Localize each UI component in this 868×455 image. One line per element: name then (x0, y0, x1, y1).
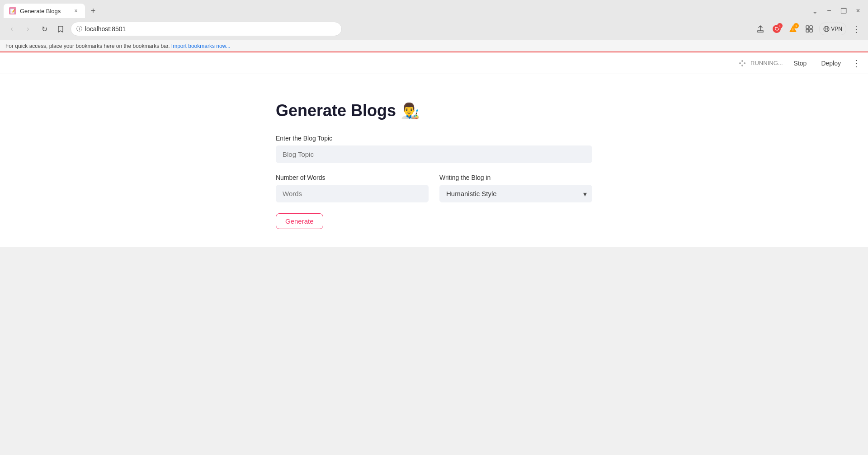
svg-rect-5 (810, 26, 812, 28)
svg-point-10 (744, 62, 745, 64)
address-bar: ‹ › ↻ ⓘ localhost:8501 🛡 1 (0, 18, 868, 40)
browser-actions: 🛡 1 ! 1 (754, 23, 863, 35)
svg-rect-4 (806, 26, 809, 28)
tab-bar: 📝 Generate Blogs × + ⌄ − ❐ × (0, 0, 868, 18)
generate-btn-wrapper: Generate (276, 213, 592, 229)
browser-menu-button[interactable]: ⋮ (850, 23, 863, 35)
app-toolbar: RUNNING... Stop Deploy ⋮ (0, 52, 868, 74)
back-button[interactable]: ‹ (5, 23, 18, 35)
extension1-button[interactable]: 🛡 1 (770, 23, 783, 35)
blog-topic-input[interactable] (276, 145, 592, 163)
tab-favicon: 📝 (9, 7, 16, 14)
extension2-badge: 1 (793, 23, 799, 28)
svg-rect-6 (806, 29, 809, 32)
writing-style-wrapper: Humanistic Style Formal Style Casual Sty… (439, 185, 592, 202)
num-words-input[interactable] (276, 185, 429, 202)
tab-title: Generate Blogs (20, 8, 69, 14)
generate-button[interactable]: Generate (276, 213, 323, 229)
bookmarks-bar: For quick access, place your bookmarks h… (0, 40, 868, 52)
share-button[interactable] (754, 23, 767, 35)
page-title: Generate Blogs 👨‍🎨 (276, 101, 592, 120)
svg-point-9 (741, 60, 743, 62)
svg-point-11 (741, 65, 743, 66)
extension1-badge: 1 (777, 23, 783, 28)
window-minimize-button[interactable]: − (823, 5, 835, 17)
blog-topic-group: Enter the Blog Topic (276, 135, 592, 163)
reload-button[interactable]: ↻ (38, 23, 51, 35)
svg-rect-7 (810, 29, 812, 32)
url-bar[interactable]: ⓘ localhost:8501 (71, 22, 342, 36)
vpn-button[interactable]: VPN (819, 23, 846, 35)
page-container: Generate Blogs 👨‍🎨 Enter the Blog Topic … (276, 101, 592, 229)
writing-style-select[interactable]: Humanistic Style Formal Style Casual Sty… (439, 185, 592, 202)
svg-text:!: ! (793, 28, 794, 32)
writing-style-label: Writing the Blog in (439, 174, 592, 181)
running-indicator: RUNNING... (738, 59, 783, 68)
url-security-icon: ⓘ (76, 25, 82, 33)
bookmark-button[interactable] (54, 23, 67, 35)
forward-button[interactable]: › (22, 23, 34, 35)
import-bookmarks-link[interactable]: Import bookmarks now... (171, 43, 231, 49)
form-row: Number of Words Writing the Blog in Huma… (276, 174, 592, 202)
window-close-button[interactable]: × (852, 5, 864, 17)
tab-close-button[interactable]: × (72, 7, 80, 14)
extensions-button[interactable] (803, 23, 816, 35)
window-restore-button[interactable]: ❐ (837, 5, 850, 17)
stop-button[interactable]: Stop (790, 58, 811, 69)
style-col: Writing the Blog in Humanistic Style For… (439, 174, 592, 202)
svg-point-12 (739, 62, 741, 64)
running-text: RUNNING... (750, 60, 783, 66)
blog-topic-label: Enter the Blog Topic (276, 135, 592, 142)
num-words-label: Number of Words (276, 174, 429, 181)
active-tab[interactable]: 📝 Generate Blogs × (4, 4, 85, 18)
url-address: localhost:8501 (85, 25, 336, 33)
window-controls: ⌄ − ❐ × (808, 5, 864, 17)
toolbar-menu-button[interactable]: ⋮ (852, 58, 861, 69)
page-title-text: Generate Blogs (276, 101, 396, 120)
bookmarks-bar-text: For quick access, place your bookmarks h… (5, 43, 170, 49)
running-icon (738, 59, 747, 68)
deploy-button[interactable]: Deploy (817, 58, 844, 69)
new-tab-button[interactable]: + (87, 5, 99, 17)
extension2-button[interactable]: ! 1 (787, 23, 799, 35)
page-title-emoji: 👨‍🎨 (401, 102, 420, 120)
words-col: Number of Words (276, 174, 429, 202)
window-dropdown-button[interactable]: ⌄ (808, 5, 821, 17)
main-content: Generate Blogs 👨‍🎨 Enter the Blog Topic … (0, 74, 868, 247)
